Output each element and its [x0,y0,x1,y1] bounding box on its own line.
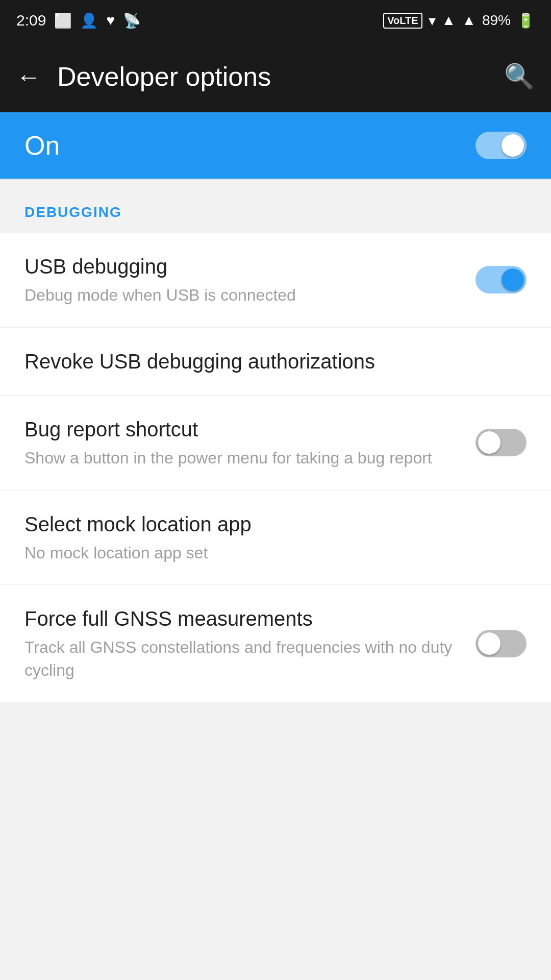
bug-report-item[interactable]: Bug report shortcut Show a button in the… [0,396,551,491]
on-label: On [24,130,60,161]
force-gnss-subtitle: Track all GNSS constellations and freque… [24,636,459,682]
mock-location-item[interactable]: Select mock location app No mock locatio… [0,491,551,585]
mock-location-text: Select mock location app No mock locatio… [24,511,527,565]
content-area: DEBUGGING USB debugging Debug mode when … [0,180,551,702]
bug-report-toggle-thumb [478,431,500,454]
bug-report-subtitle: Show a button in the power menu for taki… [24,447,459,470]
debugging-section-group: USB debugging Debug mode when USB is con… [0,233,551,702]
volte-badge: VoLTE [383,13,422,29]
contact-icon: 👤 [80,12,98,29]
force-gnss-toggle-thumb [478,632,500,655]
app-bar-left: ← Developer options [16,61,271,92]
force-gnss-title: Force full GNSS measurements [24,605,459,632]
back-button[interactable]: ← [16,63,41,91]
status-time: 2:09 [16,12,46,29]
usb-debugging-text: USB debugging Debug mode when USB is con… [24,253,475,307]
app-bar: ← Developer options 🔍 [0,41,551,112]
usb-debugging-title: USB debugging [24,253,459,280]
bug-report-title: Bug report shortcut [24,416,459,443]
screen-cast-icon: ⬜ [54,12,72,29]
status-left: 2:09 ⬜ 👤 ♥ 📡 [16,12,141,29]
usb-debugging-subtitle: Debug mode when USB is connected [24,284,459,307]
force-gnss-item[interactable]: Force full GNSS measurements Track all G… [0,585,551,702]
signal-icon-1: ▲ [442,12,456,29]
status-bar: 2:09 ⬜ 👤 ♥ 📡 VoLTE ▾ ▲ ▲ 89% 🔋 [0,0,551,41]
radio-icon: 📡 [123,12,141,29]
bug-report-toggle[interactable] [475,429,527,456]
revoke-usb-title: Revoke USB debugging authorizations [24,348,510,375]
mock-location-subtitle: No mock location app set [24,542,510,565]
search-button[interactable]: 🔍 [504,62,535,91]
battery-icon: 🔋 [517,12,535,29]
bug-report-text: Bug report shortcut Show a button in the… [24,416,475,470]
force-gnss-text: Force full GNSS measurements Track all G… [24,605,475,682]
wifi-icon: ▾ [429,12,436,29]
revoke-usb-text: Revoke USB debugging authorizations [24,348,527,375]
force-gnss-toggle[interactable] [475,630,527,657]
battery-level: 89% [482,12,511,29]
status-right: VoLTE ▾ ▲ ▲ 89% 🔋 [383,12,535,29]
developer-options-toggle[interactable] [475,132,527,159]
debugging-section-header: DEBUGGING [0,180,551,233]
usb-debugging-toggle[interactable] [475,266,527,293]
signal-icon-2: ▲ [462,12,476,29]
usb-debugging-item[interactable]: USB debugging Debug mode when USB is con… [0,233,551,328]
page-title: Developer options [57,61,271,92]
revoke-usb-item[interactable]: Revoke USB debugging authorizations [0,328,551,396]
heart-icon: ♥ [106,12,115,29]
developer-options-toggle-banner[interactable]: On [0,112,551,179]
toggle-thumb [502,134,524,157]
mock-location-title: Select mock location app [24,511,510,537]
